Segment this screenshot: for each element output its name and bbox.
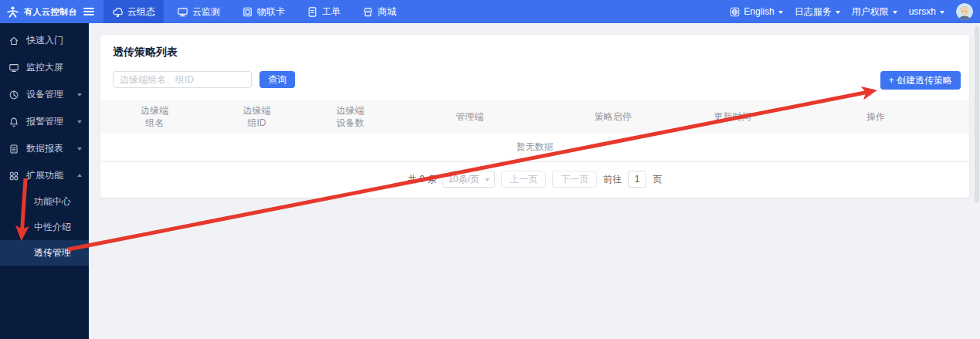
sidebar-item-label: 数据报表 [26, 142, 63, 155]
empty-text: 暂无数据 [517, 141, 554, 154]
page-size-select[interactable]: 10条/页 [443, 171, 495, 188]
prev-page-button[interactable]: 上一页 [501, 171, 546, 188]
column-header-update-time: 更新时间 [683, 100, 782, 133]
search-input[interactable] [113, 71, 252, 88]
topbar-right: English 日志服务 用户权限 usrsxh [730, 3, 980, 20]
sidebar-item-label: 快速入门 [26, 34, 63, 47]
page-title: 透传策略列表 [113, 44, 957, 59]
tab-label: 商城 [378, 5, 396, 19]
sidebar-subitem-label: 功能中心 [34, 195, 71, 208]
chevron-down-icon [77, 93, 82, 99]
tab-mall[interactable]: 商城 [354, 0, 405, 23]
sidebar-item-label: 设备管理 [26, 88, 63, 101]
sidebar-subitem-function-center[interactable]: 功能中心 [0, 189, 89, 215]
tab-label: 物联卡 [257, 5, 285, 19]
logo-icon [6, 5, 19, 19]
sidebar-menu: 快速入门 监控大屏 设备管理 [0, 23, 89, 266]
cloud-scada-icon [112, 6, 124, 18]
globe-icon [730, 7, 740, 17]
vertical-scrollbar[interactable] [975, 26, 979, 202]
user-permission-dropdown[interactable]: 用户权限 [852, 5, 897, 19]
sidebar-subitem-neutral-intro[interactable]: 中性介绍 [0, 215, 89, 240]
topbar: 有人云控制台 云组态 云监测 [0, 0, 980, 23]
sidebar-item-quick-start[interactable]: 快速入门 [0, 27, 89, 54]
log-service-label: 日志服务 [795, 5, 832, 19]
sidebar-item-label: 扩展功能 [26, 169, 63, 182]
tab-work-order[interactable]: 工单 [298, 0, 349, 23]
language-label: English [744, 6, 774, 17]
column-header-edge-group-id: 边缘端组ID [209, 100, 305, 133]
work-order-icon [307, 6, 318, 18]
column-header-policy-switch: 策略启停 [544, 100, 683, 133]
query-button[interactable]: 查询 [259, 71, 295, 88]
tab-label: 云监测 [192, 5, 220, 19]
chevron-down-icon [77, 147, 82, 153]
table-header-row: 边缘端组名 边缘端组ID 边缘端设备数 管理端 策略启停 更新时间 [100, 100, 969, 133]
tab-label: 工单 [322, 5, 341, 19]
report-icon [8, 144, 19, 154]
chevron-down-icon [77, 120, 82, 126]
home-icon [8, 36, 19, 46]
chevron-up-icon [77, 171, 82, 177]
sidebar-item-extensions[interactable]: 扩展功能 [0, 162, 89, 189]
chevron-down-icon [940, 11, 944, 16]
create-policy-button[interactable]: + 创建透传策略 [880, 71, 961, 90]
tab-label: 云组态 [127, 5, 155, 19]
app-title: 有人云控制台 [24, 6, 77, 18]
chevron-down-icon [778, 11, 783, 16]
username-label: usrsxh [909, 6, 936, 17]
chevron-down-icon [485, 178, 490, 184]
avatar[interactable] [956, 3, 973, 20]
search-row: 查询 [113, 71, 957, 88]
mall-icon [362, 6, 374, 18]
tab-cloud-monitor[interactable]: 云监测 [168, 0, 229, 23]
extensions-grid-icon [8, 171, 19, 181]
column-header-edge-group-name: 边缘端组名 [100, 100, 209, 133]
sidebar-item-device-management[interactable]: 设备管理 [0, 81, 89, 108]
column-header-management-end: 管理端 [396, 100, 544, 133]
device-gauge-icon [8, 90, 19, 100]
big-screen-icon [8, 63, 19, 73]
sidebar-subitem-passthrough-management[interactable]: 透传管理 [0, 240, 89, 266]
goto-label: 前往 [603, 173, 622, 186]
column-header-edge-device-count: 边缘端设备数 [304, 100, 395, 133]
chevron-down-icon [893, 11, 897, 16]
cloud-monitor-icon [177, 6, 188, 18]
policy-list-card: 透传策略列表 + 创建透传策略 查询 边缘端组名 边缘端组ID 边缘端设备数 管… [100, 35, 969, 198]
sidebar-subitem-label: 透传管理 [34, 246, 71, 259]
tab-iot-card[interactable]: 物联卡 [233, 0, 293, 23]
sidebar-item-monitor-screen[interactable]: 监控大屏 [0, 54, 89, 81]
top-nav-tabs: 云组态 云监测 物联卡 [103, 0, 409, 23]
goto-unit: 页 [653, 173, 662, 186]
table-empty-state: 暂无数据 [100, 133, 969, 162]
language-dropdown[interactable]: English [730, 6, 782, 17]
sidebar-item-alarm-management[interactable]: 报警管理 [0, 108, 89, 135]
username-dropdown[interactable]: usrsxh [909, 6, 944, 17]
chevron-down-icon [836, 11, 840, 16]
menu-icon[interactable] [83, 7, 94, 16]
iot-card-icon [242, 6, 253, 18]
policy-table: 边缘端组名 边缘端组ID 边缘端设备数 管理端 策略启停 更新时间 [100, 100, 969, 162]
tab-cloud-scada[interactable]: 云组态 [103, 0, 164, 23]
sidebar-item-data-report[interactable]: 数据报表 [0, 135, 89, 162]
goto-page-input[interactable] [628, 171, 646, 188]
sidebar-subitem-label: 中性介绍 [34, 221, 71, 234]
column-header-actions: 操作 [782, 100, 969, 133]
sidebar-item-label: 监控大屏 [26, 61, 63, 74]
sidebar-item-label: 报警管理 [26, 115, 63, 128]
next-page-button[interactable]: 下一页 [552, 171, 597, 188]
sidebar: 快速入门 监控大屏 设备管理 [0, 23, 89, 339]
brand: 有人云控制台 [0, 5, 99, 19]
user-permission-label: 用户权限 [852, 5, 889, 19]
pagination: 共 0 条 10条/页 上一页 下一页 前往 页 [100, 171, 969, 188]
alarm-bell-icon [8, 117, 19, 127]
log-service-dropdown[interactable]: 日志服务 [795, 5, 840, 19]
page-size-value: 10条/页 [448, 173, 480, 186]
pagination-total: 共 0 条 [408, 173, 436, 186]
main-content: 透传策略列表 + 创建透传策略 查询 边缘端组名 边缘端组ID 边缘端设备数 管… [89, 23, 980, 339]
